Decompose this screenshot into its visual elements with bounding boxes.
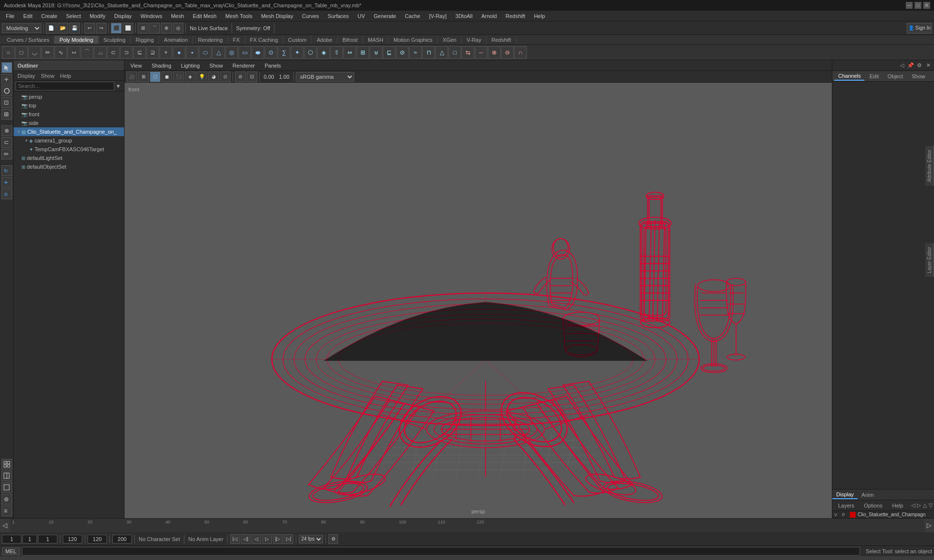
viewport-isolate-button[interactable]: ⊘ [235,71,246,82]
shelf-icon-ep[interactable]: ⊆ [133,46,146,59]
shelf-icon-torus[interactable]: ◎ [225,46,238,59]
tree-item-top[interactable]: 📷 top [14,101,124,110]
shelf-tab-rendering[interactable]: Rendering [193,36,228,44]
shelf-icon-curve3[interactable]: ⌒ [81,46,93,59]
tree-item-front[interactable]: 📷 front [14,110,124,119]
viewport-light-button[interactable]: 💡 [197,71,207,82]
viewport-textured-button[interactable]: ⬛ [173,71,184,82]
menu-arnold[interactable]: Arnold [477,12,501,20]
shelf-tab-mash[interactable]: MASH [363,36,389,44]
vis-toggle[interactable]: V [834,512,840,517]
shelf-tab-bifrost[interactable]: Bifrost [338,36,363,44]
shelf-tab-custom[interactable]: Custom [283,36,312,44]
snap-grid-button[interactable]: ⊞ [138,23,148,34]
layer-name[interactable]: Clio_Statuette_and_Champagn [858,512,932,517]
go-to-start-button[interactable]: |◁ [230,534,240,544]
channels-tab[interactable]: Channels [834,72,864,81]
play-forward-button[interactable]: ▷ [262,534,272,544]
viewport-camera-button[interactable]: 🎥 [126,71,137,82]
outliner-display-menu[interactable]: Display [16,72,37,79]
viewport-menu-view[interactable]: View [126,62,146,70]
menu-uv[interactable]: UV [354,12,369,20]
shelf-tab-rigging[interactable]: Rigging [131,36,159,44]
new-file-button[interactable]: 📄 [46,23,56,34]
menu-mesh-tools[interactable]: Mesh Tools [221,12,256,20]
menu-vray-tag[interactable]: [V-Ray] [425,12,450,20]
timeline-scroll[interactable]: 1 10 20 30 40 50 60 70 80 90 100 110 120 [10,519,924,532]
shelf-tab-poly-modeling[interactable]: Poly Modeling [54,36,98,44]
viewport-grid-button[interactable]: ⊞ [138,71,149,82]
hotbox-button[interactable]: ⊚ [1,494,12,505]
viewport-menu-lighting[interactable]: Lighting [177,62,204,70]
menu-3dtoall[interactable]: 3DtoAll [451,12,476,20]
select-tool-button[interactable] [1,62,12,73]
shelf-icon-symmetrize[interactable]: ⇆ [462,46,474,59]
camera-dolly-button[interactable]: ⊙ [1,189,12,199]
right-collapse-button[interactable]: ◁ [898,62,906,70]
shelf-icon-plane[interactable]: ▭ [238,46,251,59]
shelf-icon-helix[interactable]: ∑ [278,46,290,59]
workspace-selector[interactable]: Modeling Rigging Animation Rendering [2,23,41,33]
shelf-icon-cylinder[interactable]: ⬭ [199,46,212,59]
right-pin-button[interactable]: 📌 [907,62,915,70]
shelf-icon-merge[interactable]: ⊎ [370,46,382,59]
playback-start-frame-input[interactable] [2,535,21,543]
shelf-icon-combine[interactable]: ⊕ [488,46,501,59]
snap-point-button[interactable]: ⊕ [161,23,172,34]
layers-prev-button[interactable]: ◁ [911,502,915,509]
quick-layout-button[interactable] [1,459,12,470]
shelf-tab-motion-graphics[interactable]: Motion Graphics [389,36,438,44]
viewport-menu-show[interactable]: Show [206,62,227,70]
shelf-icon-square[interactable]: □ [15,46,28,59]
shelf-tab-vray[interactable]: V-Ray [462,36,486,44]
shelf-icon-circle[interactable]: ○ [2,46,15,59]
right-close-button[interactable]: ✕ [924,62,932,70]
close-button[interactable]: ✕ [923,2,930,9]
fps-select[interactable]: 24 fps 30 fps 60 fps [299,535,323,543]
shelf-icon-pipe[interactable]: ⊙ [265,46,277,59]
shelf-icon-pen[interactable]: ✏ [41,46,54,59]
rotate-tool-button[interactable] [1,86,12,96]
outliner-search-input[interactable] [16,82,114,90]
object-tab[interactable]: Object [883,72,907,80]
shelf-tab-adobe[interactable]: Adobe [312,36,338,44]
viewport-dof-button[interactable]: ⊙ [220,71,231,82]
menu-edit[interactable]: Edit [19,12,36,20]
shelf-icon-cone[interactable]: △ [212,46,225,59]
tree-item-camera1-group[interactable]: ▾ ◈ camera1_group [14,136,124,145]
scale-tool-button[interactable]: ⊡ [1,97,12,108]
universal-manip-button[interactable]: ⊞ [1,109,12,120]
shelf-tab-animation[interactable]: Animation [159,36,193,44]
menu-surfaces[interactable]: Surfaces [324,12,353,20]
shelf-icon-curve1[interactable]: ∿ [54,46,67,59]
menu-help[interactable]: Help [530,12,549,20]
menu-mesh-display[interactable]: Mesh Display [257,12,297,20]
shelf-tab-redshift[interactable]: Redshift [486,36,516,44]
save-file-button[interactable]: 💾 [69,23,80,34]
shelf-icon-mirror[interactable]: ↔ [475,46,487,59]
show-hide-button[interactable]: ≡ [1,506,12,516]
outliner-search-options-button[interactable]: ▼ [114,82,122,90]
shelf-tab-fx-caching[interactable]: FX Caching [245,36,283,44]
outliner-show-menu[interactable]: Show [39,72,56,79]
shelf-icon-extrude[interactable]: ⇧ [330,46,343,59]
playback-range-end-input[interactable] [88,535,107,543]
split-layout-button[interactable] [1,471,12,481]
shelf-icon-geo[interactable]: ✦ [291,46,304,59]
snap-view-button[interactable]: ◎ [173,23,183,34]
shelf-icon-split[interactable]: ⊑ [383,46,395,59]
viewport-menu-renderer[interactable]: Renderer [229,62,259,70]
menu-generate[interactable]: Generate [370,12,400,20]
edit-tab[interactable]: Edit [865,72,882,80]
single-layout-button[interactable] [1,482,12,493]
viewport-xray-button[interactable]: ⊡ [247,71,257,82]
shelf-icon-triangulate[interactable]: △ [435,46,448,59]
shelf-icon-disk[interactable]: ⬬ [251,46,264,59]
options-menu[interactable]: Options [860,502,886,509]
shelf-icon-delete[interactable]: ⊘ [396,46,409,59]
menu-select[interactable]: Select [62,12,85,20]
playback-end-frame-input[interactable] [63,535,82,543]
shelf-icon-curve4[interactable]: ⌓ [94,46,107,59]
playback-options-button[interactable]: ⚙ [328,534,338,544]
shelf-icon-arc[interactable]: ◡ [28,46,41,59]
